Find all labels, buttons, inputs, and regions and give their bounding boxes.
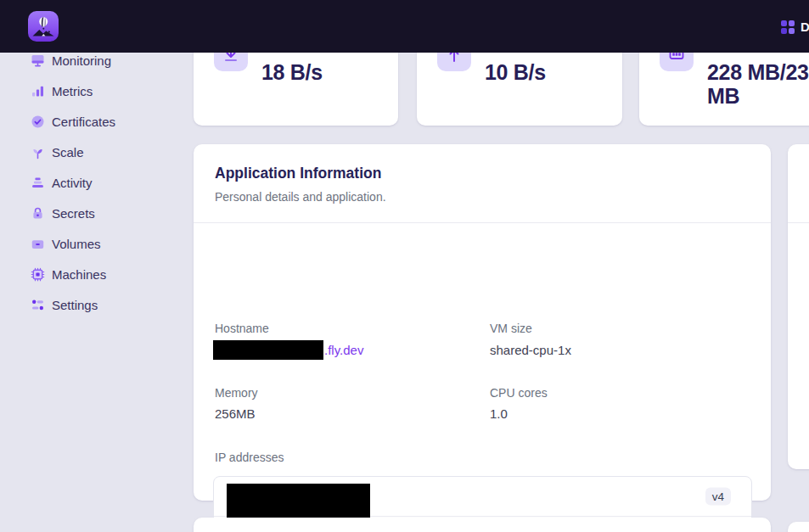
sidebar-item-settings[interactable]: Settings <box>0 289 183 320</box>
next-section-card <box>194 518 771 532</box>
top-bar: D <box>0 0 809 53</box>
sidebar-item-volumes[interactable]: Volumes <box>0 228 183 259</box>
toggles-icon <box>31 298 45 312</box>
sidebar-item-scale[interactable]: Scale <box>0 137 183 167</box>
sidebar-item-certificates[interactable]: Certificates <box>0 106 183 137</box>
cpu-chip-icon <box>31 267 45 282</box>
sidebar-item-label: Secrets <box>52 206 95 221</box>
sidebar-item-machines[interactable]: Machines <box>0 259 183 289</box>
layers-stack-icon <box>31 176 45 190</box>
sidebar-item-label: Metrics <box>52 84 93 98</box>
sidebar-nav: Monitoring Metrics Certificates Sca <box>0 45 183 320</box>
sidebar-item-activity[interactable]: Activity <box>0 167 183 198</box>
stat-value: 10 B/s <box>485 60 546 84</box>
memory-label: Memory <box>215 386 258 400</box>
hostname-fly-dev-link[interactable]: .fly.dev <box>324 343 363 357</box>
plant-scale-icon <box>31 145 45 160</box>
certificate-check-icon <box>31 115 45 129</box>
sidebar-item-label: Settings <box>52 298 98 312</box>
card-title: Application Information <box>215 165 750 182</box>
apps-grid-icon[interactable] <box>781 20 795 34</box>
sidebar-item-label: Activity <box>52 176 93 190</box>
page: 18 B/s 10 B/s 228 MB/23 MB Application I… <box>0 0 809 532</box>
hostname-label: Hostname <box>215 322 269 335</box>
right-column-card <box>788 144 809 469</box>
stat-value: 228 MB/23 MB <box>707 60 809 108</box>
ip-version-badge: v4 <box>705 488 731 506</box>
redacted-hostname-value <box>213 340 323 360</box>
vm-size-label: VM size <box>490 322 532 335</box>
application-information-card: Application Information Personal details… <box>194 144 771 501</box>
sidebar-item-label: Monitoring <box>52 53 111 68</box>
application-information-header: Application Information Personal details… <box>194 144 771 223</box>
sidebar-item-metrics[interactable]: Metrics <box>0 76 183 106</box>
card-subtitle: Personal details and application. <box>215 190 750 204</box>
fly-io-balloon-logo[interactable] <box>28 11 59 42</box>
cpu-cores-label: CPU cores <box>490 386 548 400</box>
cpu-cores-value: 1.0 <box>490 406 508 421</box>
sidebar-item-label: Scale <box>52 145 84 160</box>
vm-size-value: shared-cpu-1x <box>490 343 571 357</box>
memory-value: 256MB <box>215 406 256 421</box>
sidebar-item-label: Volumes <box>52 237 101 251</box>
sidebar-item-label: Certificates <box>52 115 115 129</box>
sidebar-item-label: Machines <box>52 267 106 282</box>
ip-addresses-label: IP addresses <box>215 451 284 464</box>
monitor-icon <box>31 53 45 68</box>
sidebar-item-secrets[interactable]: Secrets <box>0 198 183 228</box>
right-column-card-2 <box>788 522 809 532</box>
bar-chart-icon <box>31 84 45 98</box>
topbar-right-label[interactable]: D <box>801 0 809 53</box>
lock-icon <box>31 206 45 221</box>
stat-value: 18 B/s <box>261 60 323 84</box>
drive-icon <box>31 237 45 251</box>
